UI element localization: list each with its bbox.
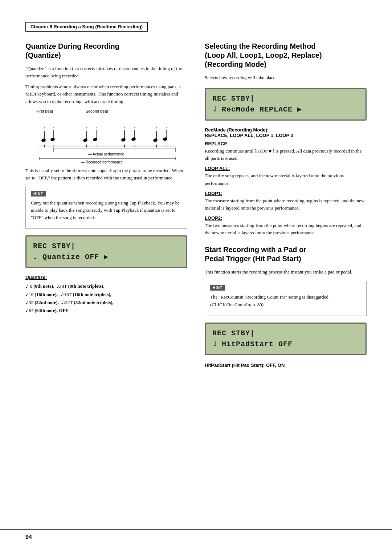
hint-box-1: HINT Carry out the quantize when recordi… (25, 187, 187, 229)
loop1-label: LOOP1: (205, 191, 367, 196)
note-illustration: — Actual performance — Recorded performa… (25, 120, 187, 163)
lcd-display-1: REC STBY| ♩ Quantize OFF ▶ (25, 235, 187, 268)
svg-text:— Actual performance: — Actual performance (88, 152, 124, 156)
lcd-display-3: REC STBY| ♩ HitPadStart OFF (205, 323, 367, 355)
right-column: Selecting the Recording Method (Loop All… (205, 42, 367, 373)
second-beat-label: Second beat (86, 109, 108, 113)
hitpad-label: HitPadStart (Hit Pad Start): OFF, ON (205, 362, 367, 369)
recmode-intro: Selects how recording will take place. (205, 74, 367, 81)
quant-item-4: ♩ 64 (64th note), OFF (25, 307, 187, 315)
svg-point-4 (50, 137, 55, 142)
quant-item-2: ♩ 16 (16th note), ♩₃16T (16th note tripl… (25, 291, 187, 299)
loop2-label: LOOP2: (205, 215, 367, 221)
svg-point-16 (131, 137, 136, 141)
hitpad-title: Start Recording with a Pad or Pedal Trig… (205, 245, 367, 263)
quantize-list: ♩ 8 (8th note), ♩₃ 8T (8th note triplets… (25, 282, 187, 314)
svg-point-22 (163, 137, 168, 141)
two-column-layout: Quantize During Recording (Quantize) "Qu… (25, 42, 367, 373)
lcd1-line1: REC STBY| (33, 241, 180, 252)
quant-item-3: ♩ 32 (32nd note), ♩₃32T (32nd note tripl… (25, 299, 187, 307)
loop2-text: The two measures starting from the point… (205, 222, 367, 236)
quantize-intro2: Timing problems almost always occur when… (25, 83, 187, 105)
lcd3-line2: ♩ HitPadStart OFF (212, 339, 359, 350)
page-number: 94 (25, 534, 32, 540)
hint-box-2: HINT The "RecCountIn (Recording Count In… (205, 281, 367, 316)
note-labels: First beat Second beat (25, 109, 187, 113)
bottom-divider (0, 529, 392, 530)
quantize-intro1: "Quantize" is a function that corrects m… (25, 65, 187, 80)
hint-text-2: The "RecCountIn (Recording Count In)" se… (210, 293, 361, 308)
replace-text: Recording continues until [STOP ■ ] is p… (205, 147, 367, 162)
quantize-section-label: Quantize: (25, 275, 187, 280)
quant-item-1: ♩ 8 (8th note), ♩₃ 8T (8th note triplets… (25, 282, 187, 290)
loop-all-label: LOOP ALL: (205, 166, 367, 171)
hint-label-2: HINT (210, 285, 225, 291)
beats-svg: — Actual performance — Recorded performa… (25, 120, 187, 163)
replace-label: REPLACE: (205, 141, 367, 146)
hitpad-intro: This function starts the recording proce… (205, 268, 367, 276)
page: Chapter 6 Recording a Song (Realtime Rec… (0, 0, 392, 402)
first-beat-label: First beat (36, 109, 53, 113)
lcd1-line2: ♩ Quantize OFF ▶ (33, 252, 180, 263)
chapter-header: Chapter 6 Recording a Song (Realtime Rec… (25, 22, 148, 32)
quantize-title: Quantize During Recording (Quantize) (25, 42, 187, 60)
lcd3-line1: REC STBY| (212, 328, 359, 339)
svg-point-7 (83, 138, 88, 142)
loop1-text: The measure starting from the point wher… (205, 197, 367, 212)
svg-point-10 (93, 137, 98, 142)
rec-mode-label: RecMode (Recording Mode): REPLACE, LOOP … (205, 127, 367, 138)
lcd-display-2: REC STBY| ♩ RecMode REPLACE ▶ (205, 88, 367, 121)
svg-text:— Recorded performance: — Recorded performance (81, 160, 123, 163)
svg-point-1 (41, 138, 46, 142)
hint-text-1: Carry out the quantize when recording a … (31, 199, 182, 221)
svg-point-19 (153, 138, 158, 142)
lcd2-line1: REC STBY| (212, 93, 359, 104)
svg-point-13 (121, 138, 126, 142)
quantize-body1: This is usually set to the shortest note… (25, 167, 187, 182)
lcd2-line2: ♩ RecMode REPLACE ▶ (212, 104, 359, 115)
left-column: Quantize During Recording (Quantize) "Qu… (25, 42, 187, 373)
recmode-title: Selecting the Recording Method (Loop All… (205, 42, 367, 69)
loop-all-text: The entire song repeats, and the new mat… (205, 172, 367, 187)
hint-label-1: HINT (31, 191, 46, 197)
